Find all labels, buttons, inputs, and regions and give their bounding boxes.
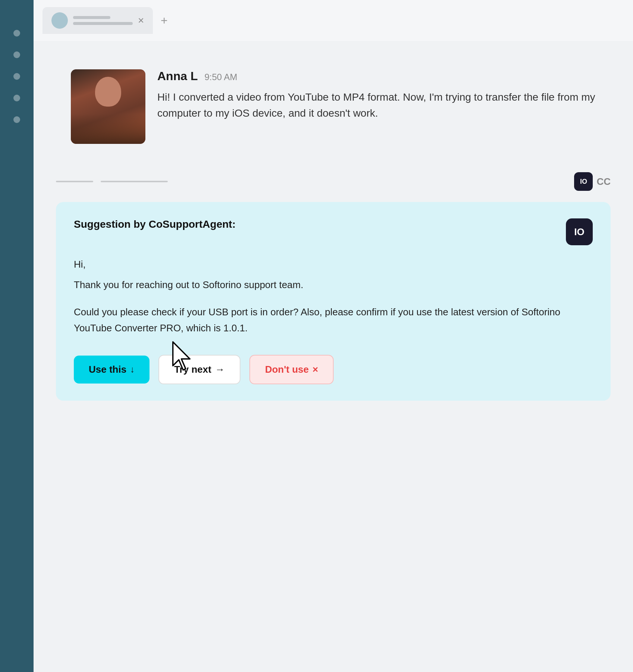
dont-use-button[interactable]: Don't use × [249, 355, 334, 384]
suggestion-greeting: Hi, [74, 256, 593, 272]
sidebar-dot-2 [13, 51, 20, 58]
use-this-label: Use this [89, 364, 126, 375]
close-x-icon: × [312, 364, 318, 375]
arrow-down-icon: ↓ [130, 364, 135, 375]
sidebar-dot-4 [13, 95, 20, 101]
divider-line-2 [101, 181, 168, 182]
io-badge-large: IO [566, 218, 593, 245]
sidebar-dot-5 [13, 116, 20, 123]
sender-name: Anna L [157, 69, 198, 83]
tab-line-short [73, 16, 110, 19]
action-buttons: Use this ↓ Try next → Don't use × [74, 355, 593, 384]
message-text: Hi! I converted a video from YouTube to … [157, 89, 596, 122]
suggestion-card: Suggestion by CoSupportAgent: IO Hi, Tha… [56, 202, 611, 401]
sidebar-dot-3 [13, 73, 20, 80]
use-this-button[interactable]: Use this ↓ [74, 356, 149, 384]
try-next-button[interactable]: Try next → [158, 355, 240, 384]
top-bar: × + [34, 0, 633, 41]
app-wrapper: × + Anna L 9:50 AM Hi! I converted a vid… [0, 0, 633, 672]
tab-close-button[interactable]: × [138, 15, 144, 26]
cc-badge: IO CC [574, 172, 611, 191]
divider-area: IO CC [56, 172, 611, 191]
suggestion-header: Suggestion by CoSupportAgent: IO [74, 218, 593, 245]
person-photo [71, 69, 145, 144]
avatar [71, 69, 145, 144]
message-header: Anna L 9:50 AM [157, 69, 596, 83]
active-tab[interactable]: × [42, 7, 153, 34]
new-tab-button[interactable]: + [153, 9, 175, 32]
tab-title-lines [73, 16, 133, 25]
io-badge-small: IO [574, 172, 593, 191]
tab-avatar [51, 12, 68, 29]
tab-line-long [73, 22, 133, 25]
divider-line-1 [56, 181, 93, 182]
suggestion-body: Hi, Thank you for reaching out to Softor… [74, 256, 593, 336]
suggestion-line2: Could you please check if your USB port … [74, 304, 593, 336]
message-content: Anna L 9:50 AM Hi! I converted a video f… [157, 69, 596, 144]
suggestion-line1: Thank you for reaching out to Softorino … [74, 277, 593, 293]
cc-label: CC [596, 176, 611, 187]
sidebar-dot-1 [13, 30, 20, 37]
message-card: Anna L 9:50 AM Hi! I converted a video f… [56, 56, 611, 157]
message-area: Anna L 9:50 AM Hi! I converted a video f… [34, 41, 633, 672]
sidebar [0, 0, 34, 672]
dont-use-label: Don't use [265, 364, 309, 375]
message-time: 9:50 AM [204, 72, 237, 82]
main-area: × + Anna L 9:50 AM Hi! I converted a vid… [34, 0, 633, 672]
arrow-right-icon: → [215, 364, 225, 375]
suggestion-title: Suggestion by CoSupportAgent: [74, 218, 236, 230]
try-next-label: Try next [174, 364, 211, 375]
